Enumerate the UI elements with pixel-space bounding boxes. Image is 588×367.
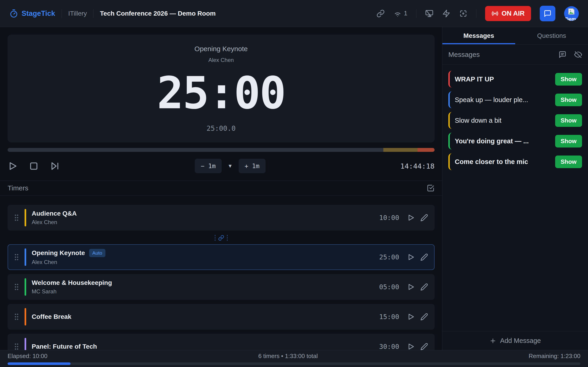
- timer-color-bar: [25, 338, 26, 350]
- plus-icon: [489, 337, 496, 344]
- messages-panel-header: Messages: [442, 44, 588, 65]
- focus-icon[interactable]: [459, 9, 467, 18]
- wifi-count: 1: [404, 10, 407, 17]
- select-timers-icon[interactable]: [427, 184, 435, 192]
- brand: StageTick: [9, 9, 55, 18]
- link-icon[interactable]: [376, 9, 385, 18]
- skip-next-button[interactable]: [50, 161, 60, 171]
- stop-button[interactable]: [29, 161, 39, 171]
- divider: [476, 9, 476, 18]
- tab-questions-label: Questions: [537, 32, 566, 40]
- timer-play-button[interactable]: [407, 343, 415, 350]
- top-bar: StageTick ITillery Tech Conference 2026 …: [0, 0, 588, 27]
- pencil-icon: [420, 283, 428, 291]
- message-text: WRAP IT UP: [455, 75, 552, 83]
- display-off-icon[interactable]: [425, 9, 433, 18]
- avatar[interactable]: Dem: [564, 6, 579, 21]
- timer-play-button[interactable]: [407, 214, 415, 222]
- bolt-icon[interactable]: [442, 9, 450, 18]
- timer-speaker: Alex Chen: [32, 259, 374, 265]
- chevron-down-icon[interactable]: ▼: [228, 163, 233, 169]
- play-button[interactable]: [8, 161, 18, 171]
- message-item: Slow down a bit Show: [448, 112, 582, 129]
- divider: [61, 9, 62, 18]
- room-title: Tech Conference 2026 — Demo Room: [100, 10, 216, 17]
- play-icon: [407, 253, 415, 261]
- timer-list: Audience Q&A Alex Chen 10:00 Op: [0, 196, 442, 350]
- timer-color-bar: [25, 308, 26, 325]
- minus-1m-button[interactable]: − 1m: [195, 159, 222, 173]
- broken-image-icon: [568, 8, 576, 15]
- show-message-button[interactable]: Show: [555, 73, 582, 85]
- timer-speaker: Alex Chen: [32, 219, 374, 225]
- timer-duration: 25:00: [379, 253, 399, 261]
- timer-edit-button[interactable]: [420, 313, 428, 321]
- timer-row[interactable]: Audience Q&A Alex Chen 10:00: [8, 205, 435, 231]
- timer-link-indicator[interactable]: [8, 233, 435, 242]
- pencil-icon: [420, 313, 428, 321]
- drag-handle-icon[interactable]: [14, 214, 19, 222]
- drag-handle-icon[interactable]: [14, 253, 19, 261]
- timer-row[interactable]: Opening Keynote Auto Alex Chen 25:00: [8, 244, 435, 270]
- timer-title: Coffee Break: [32, 313, 71, 320]
- timer-play-button[interactable]: [407, 253, 415, 261]
- timer-info: Welcome & Housekeeping MC Sarah: [32, 279, 374, 295]
- divider: [93, 9, 94, 18]
- chat-button[interactable]: [540, 6, 555, 21]
- active-tab-underline: [442, 43, 515, 44]
- drag-handle-icon[interactable]: [14, 313, 19, 321]
- timer-color-bar: [25, 248, 26, 266]
- timer-duration: 05:00: [379, 283, 399, 291]
- message-list: WRAP IT UP Show Speak up — louder ple...…: [442, 65, 588, 174]
- message-text: Speak up — louder ple...: [455, 96, 552, 104]
- wifi-icon: [393, 9, 402, 18]
- add-message-button[interactable]: Add Message: [442, 331, 588, 350]
- show-message-button[interactable]: Show: [555, 135, 582, 148]
- show-message-button[interactable]: Show: [555, 94, 582, 106]
- remaining-label: Remaining: 1:23:00: [529, 352, 580, 360]
- timer-row[interactable]: Coffee Break 15:00: [8, 304, 435, 330]
- play-icon: [407, 313, 415, 321]
- timer-edit-button[interactable]: [420, 214, 428, 222]
- eye-off-icon[interactable]: [574, 51, 582, 58]
- timer-edit-button[interactable]: [420, 343, 428, 350]
- connection-status[interactable]: 1: [393, 9, 407, 18]
- tab-questions[interactable]: Questions: [515, 27, 588, 44]
- chat-icon: [544, 10, 552, 17]
- message-text: Slow down a bit: [455, 117, 552, 124]
- show-message-button[interactable]: Show: [555, 114, 582, 127]
- tab-messages[interactable]: Messages: [442, 27, 515, 44]
- timer-auto-badge: Auto: [89, 249, 105, 257]
- message-text: You're doing great — ...: [455, 137, 552, 145]
- show-message-button[interactable]: Show: [555, 156, 582, 168]
- elapsed-label: Elapsed: 10:00: [8, 352, 47, 360]
- timer-color-bar: [25, 209, 26, 226]
- timer-info: Audience Q&A Alex Chen: [32, 210, 374, 225]
- drag-handle-icon[interactable]: [14, 343, 19, 350]
- active-timer-title: Opening Keynote: [195, 45, 248, 53]
- on-air-button[interactable]: ON AIR: [485, 6, 531, 21]
- timer-row[interactable]: Welcome & Housekeeping MC Sarah 05:00: [8, 274, 435, 300]
- timer-edit-button[interactable]: [420, 283, 428, 291]
- timer-edit-button[interactable]: [420, 253, 428, 261]
- timer-play-button[interactable]: [407, 283, 415, 291]
- org-name: ITillery: [68, 10, 87, 17]
- add-message-label: Add Message: [500, 337, 541, 344]
- danger-zone: [418, 148, 435, 152]
- timers-summary: 6 timers • 1:33:00 total: [47, 352, 528, 360]
- message-note-icon[interactable]: [559, 51, 566, 58]
- plus-1m-button[interactable]: + 1m: [239, 159, 266, 173]
- overall-progress-bar: [8, 362, 580, 365]
- message-item: Speak up — louder ple... Show: [448, 91, 582, 108]
- on-air-label: ON AIR: [502, 10, 525, 17]
- timer-play-button[interactable]: [407, 313, 415, 321]
- drag-handle-icon[interactable]: [14, 283, 19, 291]
- divider: [416, 9, 416, 18]
- message-item: Come closer to the mic Show: [448, 153, 582, 170]
- pencil-icon: [420, 214, 428, 222]
- transport-controls: − 1m ▼ + 1m 14:44:18: [8, 159, 435, 173]
- timer-title: Audience Q&A: [32, 210, 77, 217]
- timer-row[interactable]: Panel: Future of Tech 30:00: [8, 334, 435, 350]
- pencil-icon: [420, 343, 428, 350]
- tab-messages-label: Messages: [464, 32, 494, 40]
